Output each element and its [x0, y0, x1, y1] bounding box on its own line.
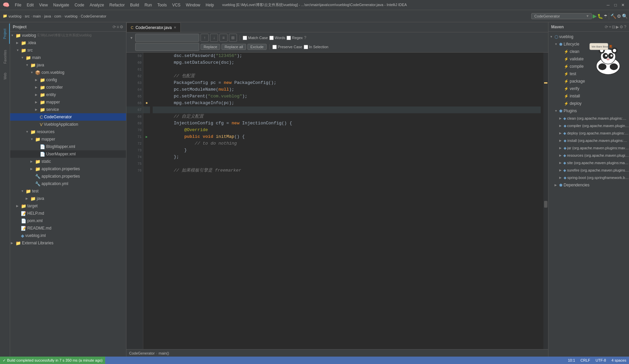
- tree-item-vueblog[interactable]: ▼ 📁 vueblog E:\MyLove\博客\云文件系统\vueblog: [10, 32, 126, 39]
- build-status-badge[interactable]: ✓ Build completed successfully in 7 s 35…: [0, 357, 105, 364]
- find-input[interactable]: [135, 34, 199, 42]
- replace-btn[interactable]: Replace: [201, 44, 220, 50]
- maven-item-plugins[interactable]: ▼ ⬟ Plugins: [548, 107, 629, 115]
- tree-item-pom[interactable]: 📄 pom.xml: [10, 217, 126, 224]
- tree-item-vueblogapp[interactable]: V VueblogApplication: [10, 121, 126, 128]
- status-line-ending[interactable]: CRLF: [578, 358, 593, 362]
- menu-build[interactable]: Build: [127, 2, 142, 8]
- breadcrumb-src[interactable]: src: [25, 14, 30, 18]
- preserve-case-checkbox[interactable]: Preserve Case: [272, 45, 302, 49]
- maven-collapse-btn[interactable]: ⊟: [612, 25, 615, 29]
- close-button[interactable]: ✕: [620, 2, 626, 8]
- tree-item-com-vueblog[interactable]: ▼ 📦 com.vueblog: [10, 69, 126, 76]
- find-all-btn[interactable]: ≡: [219, 34, 228, 42]
- maven-settings-btn[interactable]: ⚙: [620, 25, 623, 29]
- find-next-btn[interactable]: ↓: [210, 34, 218, 42]
- build-button[interactable]: 🔨: [610, 13, 616, 19]
- breadcrumb-vueblog2[interactable]: vueblog: [64, 14, 78, 18]
- activity-favorites[interactable]: Favorites: [0, 47, 10, 67]
- tree-item-resources[interactable]: ▼ 📁 resources: [10, 128, 126, 135]
- tree-item-idea[interactable]: ▶ 📁 .idea: [10, 39, 126, 47]
- tree-item-readme[interactable]: 📝 README.md: [10, 224, 126, 232]
- breadcrumb-codegen[interactable]: CodeGenerator: [81, 14, 107, 18]
- status-position[interactable]: 10:1: [565, 358, 578, 362]
- tab-codegenerator[interactable]: C CodeGenerator.java ✕: [126, 23, 181, 32]
- maven-item-vueblog[interactable]: ▼ ⬡ vueblog: [548, 33, 629, 40]
- maximize-button[interactable]: □: [612, 2, 619, 8]
- tree-item-test[interactable]: ▼ 📁 test: [10, 187, 126, 195]
- breadcrumb-file[interactable]: CodeGenerator: [129, 351, 155, 355]
- tree-item-help[interactable]: 📝 HELP.md: [10, 210, 126, 217]
- tree-item-target[interactable]: ▶ 📁 target: [10, 202, 126, 210]
- maven-item-verify[interactable]: ⚡ verify: [548, 85, 629, 92]
- tree-item-static[interactable]: ▶ 📁 static: [10, 158, 126, 165]
- tree-item-java[interactable]: ▼ 📁 java: [10, 61, 126, 69]
- maven-item-dependencies[interactable]: ▶ ⬟ Dependencies: [548, 181, 629, 189]
- maven-item-springboot-plugin[interactable]: ▶ ◆ spring-boot (org.springframework.boo…: [548, 174, 629, 181]
- maven-item-clean-plugin[interactable]: ▶ ◆ clean (org.apache.maven.plugins:mave…: [548, 115, 629, 122]
- tree-item-templates[interactable]: ▶ 📁 application.properties: [10, 165, 126, 173]
- tree-item-codegenerator[interactable]: C CodeGenerator: [10, 113, 126, 121]
- breadcrumb-vueblog[interactable]: 📁: [3, 14, 7, 18]
- menu-navigate[interactable]: Navigate: [51, 2, 72, 8]
- menu-tools[interactable]: Tools: [155, 2, 170, 8]
- tree-item-vueblog-iml[interactable]: ◆ vueblog.iml: [10, 232, 126, 239]
- menu-help[interactable]: Help: [203, 2, 217, 8]
- menu-code[interactable]: Code: [72, 2, 87, 8]
- match-case-checkbox[interactable]: Match Case: [243, 36, 268, 40]
- file-search-combo[interactable]: [531, 13, 592, 19]
- breadcrumb-vueblog-label[interactable]: vueblog: [8, 14, 22, 18]
- tree-item-src[interactable]: ▼ 📁 src: [10, 47, 126, 54]
- replace-input[interactable]: [135, 43, 199, 51]
- maven-run-btn[interactable]: ▶: [616, 25, 619, 29]
- code-editor[interactable]: 59 60 61 62 63 64 65 66 67 68 69 70 71 7…: [126, 53, 548, 349]
- tab-close-icon[interactable]: ✕: [174, 26, 176, 29]
- menu-vcs[interactable]: VCS: [170, 2, 183, 8]
- maven-item-jar-plugin[interactable]: ▶ ◆ jar (org.apache.maven.plugins:maven-…: [548, 144, 629, 152]
- regex-checkbox[interactable]: Regex: [287, 36, 303, 40]
- menu-refactor[interactable]: Refactor: [107, 2, 127, 8]
- minimize-button[interactable]: ─: [605, 2, 611, 8]
- sidebar-gear-btn[interactable]: ⚙: [120, 25, 123, 29]
- maven-item-install-plugin[interactable]: ▶ ◆ install (org.apache.maven.plugins:ma…: [548, 137, 629, 144]
- find-filter-btn[interactable]: ⊞: [229, 34, 237, 42]
- tree-item-external-libs[interactable]: ▶ 📁 External Libraries: [10, 239, 126, 247]
- search-everywhere-button[interactable]: 🔍: [622, 13, 628, 19]
- exclude-btn[interactable]: Exclude: [247, 44, 267, 50]
- maven-item-site-plugin[interactable]: ▶ ◆ site (org.apache.maven.plugins:maven…: [548, 159, 629, 166]
- tree-item-app-yml[interactable]: 🔧 application.yml: [10, 180, 126, 187]
- breadcrumb-method[interactable]: main(): [159, 351, 169, 355]
- settings-toolbar-button[interactable]: ⚙: [617, 13, 621, 19]
- maven-item-surefire-plugin[interactable]: ▶ ◆ surefire (org.apache.maven.plugins:m…: [548, 166, 629, 174]
- combo-dropdown-icon[interactable]: ▼: [586, 14, 589, 18]
- status-encoding[interactable]: UTF-8: [593, 358, 609, 362]
- replace-all-btn[interactable]: Replace all: [221, 44, 246, 50]
- menu-run[interactable]: Run: [142, 2, 155, 8]
- menu-view[interactable]: View: [36, 2, 51, 8]
- menu-file[interactable]: File: [12, 2, 24, 8]
- menu-analyze[interactable]: Analyze: [87, 2, 107, 8]
- maven-reload-btn[interactable]: ⟳: [605, 25, 608, 29]
- breadcrumb-java[interactable]: java: [44, 14, 51, 18]
- maven-add-btn[interactable]: +: [609, 25, 611, 29]
- tree-item-blogmapper[interactable]: 📄 BlogMapper.xml: [10, 143, 126, 150]
- tree-item-controller[interactable]: ▶ 📁 controller: [10, 84, 126, 91]
- activity-web[interactable]: Web: [0, 69, 10, 83]
- maven-item-package[interactable]: ⚡ package: [548, 78, 629, 85]
- maven-item-site[interactable]: ⚡ deploy: [548, 100, 629, 107]
- breadcrumb-com[interactable]: com: [54, 14, 61, 18]
- tree-item-entity[interactable]: ▶ 📁 entity: [10, 91, 126, 98]
- coverage-button[interactable]: ☂: [604, 14, 607, 19]
- menu-window[interactable]: Window: [183, 2, 203, 8]
- maven-item-install[interactable]: ⚡ install: [548, 92, 629, 100]
- activity-project[interactable]: Project: [0, 24, 10, 44]
- in-selection-checkbox[interactable]: In Selection: [304, 45, 328, 49]
- toggle-replace-icon[interactable]: ▼: [129, 36, 134, 40]
- maven-item-deploy-plugin[interactable]: ▶ ◆ deploy (org.apache.maven.plugins:mav…: [548, 129, 629, 137]
- run-button[interactable]: ▶: [593, 13, 597, 19]
- tree-item-config[interactable]: ▶ 📁 config: [10, 76, 126, 84]
- debug-button[interactable]: 🐛: [597, 13, 603, 19]
- tree-item-usermapper[interactable]: 📄 UserMapper.xml: [10, 150, 126, 158]
- find-prev-btn[interactable]: ↑: [201, 34, 209, 42]
- tree-item-app-properties[interactable]: 🔧 application.properties: [10, 173, 126, 180]
